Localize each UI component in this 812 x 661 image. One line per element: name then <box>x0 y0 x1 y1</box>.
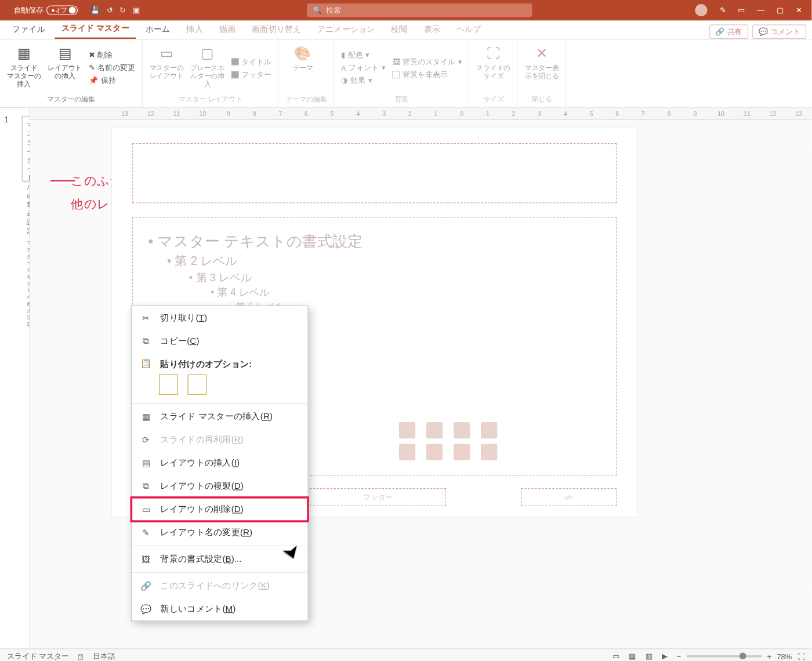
zoom-in-icon[interactable]: + <box>767 652 771 660</box>
tab-help[interactable]: ヘルプ <box>449 20 488 39</box>
search-box[interactable]: 🔍 検索 <box>307 3 532 17</box>
background-icon: 🖼 <box>140 554 152 565</box>
master-layout-button[interactable]: ▭マスターのレイアウト <box>150 42 184 93</box>
paste-keep-theme-icon[interactable] <box>159 375 178 395</box>
status-mode: スライド マスター <box>7 651 69 661</box>
duplicate-icon: ⧉ <box>140 481 152 492</box>
copy-icon: ⧉ <box>140 336 152 347</box>
preserve-button[interactable]: 📌 保持 <box>89 76 135 86</box>
search-icon: 🔍 <box>313 6 322 14</box>
ctx-delete-layout[interactable]: ▭レイアウトの削除(D) <box>132 497 307 521</box>
status-language[interactable]: 日本語 <box>93 651 115 661</box>
share-button[interactable]: 🔗 共有 <box>709 24 748 39</box>
layout-icon: ▤ <box>140 458 152 468</box>
tab-home[interactable]: ホーム <box>139 20 177 39</box>
slide-size-button[interactable]: ⛶スライドのサイズ <box>476 42 510 93</box>
ctx-link-to-slide: 🔗このスライドへのリンク(K) <box>132 574 307 597</box>
hide-bg-checkbox[interactable]: 背景を非表示 <box>393 69 462 79</box>
reading-view-icon[interactable]: ▥ <box>646 652 652 660</box>
ctx-paste-header: 📋貼り付けのオプション: <box>132 353 307 372</box>
insert-slide-master-button[interactable]: ▦スライド マスターの挿入 <box>7 42 41 93</box>
sorter-view-icon[interactable]: ▦ <box>629 652 636 660</box>
delete-button[interactable]: ✖ 削除 <box>89 50 135 60</box>
ribbon: ▦スライド マスターの挿入 ▤レイアウトの挿入 ✖ 削除 ✎ 名前の変更 📌 保… <box>0 39 811 108</box>
content-icons[interactable] <box>399 422 500 460</box>
clipboard-icon: 📋 <box>140 358 152 370</box>
tab-animations[interactable]: アニメーション <box>310 20 381 39</box>
effects-button[interactable]: ◑ 効果 ▾ <box>341 76 386 86</box>
normal-view-icon[interactable]: ▭ <box>612 652 619 660</box>
themes-button[interactable]: 🎨テーマ <box>286 42 320 93</box>
title-checkbox[interactable]: タイトル <box>231 56 271 67</box>
link-icon: 🔗 <box>140 580 152 591</box>
group-label: 背景 <box>341 93 462 106</box>
start-slideshow-icon[interactable]: ▣ <box>133 6 140 14</box>
title-bar: 自動保存 ●オフ 💾 ↺ ↻ ▣ 🔍 検索 ✎ ▭ — ▢ ✕ <box>0 0 811 20</box>
tab-review[interactable]: 校閲 <box>384 20 414 39</box>
autosave-toggle[interactable]: 自動保存 ●オフ <box>14 5 78 16</box>
insert-placeholder-button[interactable]: ▢プレースホルダーの挿入 <box>190 42 224 93</box>
comments-button[interactable]: 💬 コメント <box>752 24 806 39</box>
tab-draw[interactable]: 描画 <box>212 20 242 39</box>
slide-master-icon: ▦ <box>140 412 152 422</box>
thumbnail-panel: 1 マスター タイトルの書式設定 マスター テキストの書式設定 第 2 レベル … <box>0 108 30 649</box>
undo-icon[interactable]: ↺ <box>107 6 113 14</box>
delete-layout-icon: ▭ <box>140 504 152 515</box>
slideshow-view-icon[interactable]: ▶ <box>662 652 667 660</box>
tab-file[interactable]: ファイル <box>5 20 52 39</box>
zoom-level[interactable]: 78% <box>777 652 792 660</box>
group-label: マスターの編集 <box>7 93 135 106</box>
horizontal-ruler: 13121110987654321012345678910111213 <box>30 108 812 120</box>
ribbon-options-icon[interactable]: ▭ <box>738 6 745 14</box>
account-icon[interactable] <box>695 4 707 16</box>
ctx-insert-layout[interactable]: ▤レイアウトの挿入(I) <box>132 452 307 475</box>
ctx-duplicate-layout[interactable]: ⧉レイアウトの複製(D) <box>132 474 307 497</box>
master-thumbnail[interactable]: マスター タイトルの書式設定 マスター テキストの書式設定 第 2 レベル 第 … <box>22 116 30 181</box>
tab-insert[interactable]: 挿入 <box>180 20 210 39</box>
tab-view[interactable]: 表示 <box>417 20 447 39</box>
rename-button[interactable]: ✎ 名前の変更 <box>89 63 135 73</box>
fit-window-icon[interactable]: ⛶ <box>798 652 805 660</box>
footer-placeholder[interactable]: フッター <box>310 488 446 506</box>
insert-layout-button[interactable]: ▤レイアウトの挿入 <box>48 42 82 93</box>
ctx-reuse-slides: ⟳スライドの再利用(R) <box>132 428 307 452</box>
redo-icon[interactable]: ↻ <box>119 6 126 14</box>
title-placeholder[interactable] <box>132 143 617 203</box>
ctx-new-comment[interactable]: 💬新しいコメント(M) <box>132 597 307 620</box>
pen-icon[interactable]: ✎ <box>720 6 726 14</box>
group-label: マスター レイアウト <box>150 93 272 106</box>
zoom-control[interactable]: − + 78% ⛶ <box>677 652 805 660</box>
group-label: テーマの編集 <box>286 93 327 106</box>
comment-icon: 💬 <box>140 604 152 614</box>
mouse-cursor-icon <box>281 537 304 568</box>
ctx-copy[interactable]: ⧉コピー(C) <box>132 329 307 353</box>
slidenum-placeholder[interactable]: ‹#› <box>521 488 617 506</box>
context-menu: ✂切り取り(T) ⧉コピー(C) 📋貼り付けのオプション: ▦スライド マスター… <box>131 306 309 621</box>
ribbon-tabs: ファイル スライド マスター ホーム 挿入 描画 画面切り替え アニメーション … <box>0 20 811 39</box>
rename-icon: ✎ <box>140 528 152 538</box>
master-index: 1 <box>4 115 9 124</box>
footer-checkbox[interactable]: フッター <box>231 69 271 79</box>
ctx-insert-slide-master[interactable]: ▦スライド マスターの挿入(R) <box>132 405 307 428</box>
reuse-icon: ⟳ <box>140 435 152 445</box>
group-label: サイズ <box>476 93 510 106</box>
fonts-button[interactable]: A フォント ▾ <box>341 63 386 73</box>
status-bar: スライド マスター ⍰ 日本語 ▭ ▦ ▥ ▶ − + 78% ⛶ <box>0 648 811 661</box>
close-master-button[interactable]: ✕マスター表示を閉じる <box>525 42 559 93</box>
scissors-icon: ✂ <box>140 313 152 323</box>
tab-slide-master[interactable]: スライド マスター <box>55 19 136 39</box>
bg-styles-button[interactable]: 🖼 背景のスタイル ▾ <box>393 56 462 67</box>
group-label: 閉じる <box>525 93 559 106</box>
close-icon[interactable]: ✕ <box>796 6 802 14</box>
minimize-icon[interactable]: — <box>757 6 764 14</box>
accessibility-icon[interactable]: ⍰ <box>78 652 83 660</box>
paste-picture-icon[interactable] <box>187 375 206 395</box>
tab-transitions[interactable]: 画面切り替え <box>245 20 308 39</box>
zoom-out-icon[interactable]: − <box>677 652 682 660</box>
save-icon[interactable]: 💾 <box>90 6 100 14</box>
maximize-icon[interactable]: ▢ <box>777 6 784 14</box>
colors-button[interactable]: ▮ 配色 ▾ <box>341 50 386 60</box>
ctx-cut[interactable]: ✂切り取り(T) <box>132 306 307 329</box>
